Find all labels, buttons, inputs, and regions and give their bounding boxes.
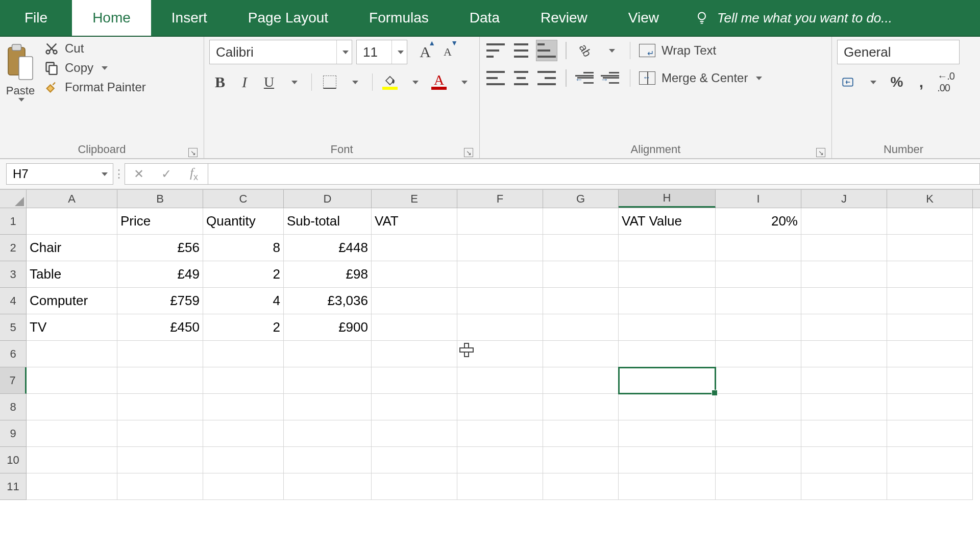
row-header-1[interactable]: 1 <box>0 208 27 235</box>
tab-data[interactable]: Data <box>449 0 520 36</box>
cell-F11[interactable] <box>457 473 543 500</box>
cell-K5[interactable] <box>887 314 973 341</box>
cell-G3[interactable] <box>543 261 619 288</box>
cell-D8[interactable] <box>284 394 372 420</box>
cell-E4[interactable] <box>372 288 457 314</box>
cell-J7[interactable] <box>801 367 887 394</box>
cell-D3[interactable]: £98 <box>284 261 372 288</box>
cell-C5[interactable]: 2 <box>203 314 284 341</box>
align-top-button[interactable] <box>485 40 506 61</box>
tab-page-layout[interactable]: Page Layout <box>228 0 349 36</box>
cell-H6[interactable] <box>619 341 716 367</box>
cell-G10[interactable] <box>543 447 619 473</box>
cell-A5[interactable]: TV <box>27 314 117 341</box>
cell-B5[interactable]: £450 <box>117 314 203 341</box>
cell-C9[interactable] <box>203 420 284 447</box>
column-header-A[interactable]: A <box>27 190 117 208</box>
shrink-font-button[interactable]: A▼ <box>437 41 458 63</box>
format-painter-button[interactable]: Format Painter <box>44 80 146 95</box>
decrease-indent-button[interactable] <box>575 67 596 89</box>
borders-dropdown[interactable] <box>344 71 365 93</box>
cell-C2[interactable]: 8 <box>203 235 284 261</box>
cell-F10[interactable] <box>457 447 543 473</box>
cell-A9[interactable] <box>27 420 117 447</box>
orientation-dropdown[interactable] <box>600 40 622 61</box>
cell-J4[interactable] <box>801 288 887 314</box>
row-header-8[interactable]: 8 <box>0 394 27 420</box>
formula-input[interactable] <box>208 163 980 185</box>
copy-button[interactable]: Copy <box>44 60 146 76</box>
cell-B11[interactable] <box>117 473 203 500</box>
cell-K2[interactable] <box>887 235 973 261</box>
column-header-G[interactable]: G <box>543 190 619 208</box>
cell-I11[interactable] <box>716 473 801 500</box>
row-header-9[interactable]: 9 <box>0 420 27 447</box>
comma-format-button[interactable]: , <box>911 71 932 93</box>
align-middle-button[interactable] <box>510 40 532 61</box>
cell-B4[interactable]: £759 <box>117 288 203 314</box>
cell-D1[interactable]: Sub-total <box>284 208 372 235</box>
cell-F7[interactable] <box>457 367 543 394</box>
cell-H8[interactable] <box>619 394 716 420</box>
grow-font-button[interactable]: A▲ <box>414 41 436 63</box>
cell-G6[interactable] <box>543 341 619 367</box>
row-header-7[interactable]: 7 <box>0 367 27 394</box>
cell-K8[interactable] <box>887 394 973 420</box>
cell-I6[interactable] <box>716 341 801 367</box>
name-box-splitter[interactable] <box>113 159 125 189</box>
row-header-11[interactable]: 11 <box>0 473 27 500</box>
cell-E9[interactable] <box>372 420 457 447</box>
cell-K11[interactable] <box>887 473 973 500</box>
increase-indent-button[interactable] <box>600 67 622 89</box>
row-header-6[interactable]: 6 <box>0 341 27 367</box>
cell-J3[interactable] <box>801 261 887 288</box>
column-header-E[interactable]: E <box>372 190 457 208</box>
font-color-dropdown[interactable] <box>453 71 474 93</box>
cell-A2[interactable]: Chair <box>27 235 117 261</box>
cell-J5[interactable] <box>801 314 887 341</box>
cell-I8[interactable] <box>716 394 801 420</box>
cell-K9[interactable] <box>887 420 973 447</box>
cell-I5[interactable] <box>716 314 801 341</box>
name-box[interactable]: H7 <box>6 163 113 185</box>
alignment-dialog-launcher[interactable]: ↘ <box>816 148 825 157</box>
cell-B9[interactable] <box>117 420 203 447</box>
cell-F1[interactable] <box>457 208 543 235</box>
cell-K3[interactable] <box>887 261 973 288</box>
tab-file[interactable]: File <box>0 0 72 36</box>
cell-C7[interactable] <box>203 367 284 394</box>
cell-B1[interactable]: Price <box>117 208 203 235</box>
font-size-combo[interactable]: 11 <box>356 40 407 64</box>
cell-G9[interactable] <box>543 420 619 447</box>
cell-D10[interactable] <box>284 447 372 473</box>
cell-E10[interactable] <box>372 447 457 473</box>
cell-H10[interactable] <box>619 447 716 473</box>
cell-E8[interactable] <box>372 394 457 420</box>
cell-E6[interactable] <box>372 341 457 367</box>
cell-I10[interactable] <box>716 447 801 473</box>
cell-K6[interactable] <box>887 341 973 367</box>
cell-F4[interactable] <box>457 288 543 314</box>
cell-I7[interactable] <box>716 367 801 394</box>
row-header-4[interactable]: 4 <box>0 288 27 314</box>
cell-K4[interactable] <box>887 288 973 314</box>
cell-B8[interactable] <box>117 394 203 420</box>
cell-E1[interactable]: VAT <box>372 208 457 235</box>
accounting-format-button[interactable] <box>837 71 859 93</box>
cell-I3[interactable] <box>716 261 801 288</box>
cell-C11[interactable] <box>203 473 284 500</box>
cell-C10[interactable] <box>203 447 284 473</box>
insert-function-button[interactable]: fx <box>180 164 208 184</box>
column-header-J[interactable]: J <box>801 190 887 208</box>
cell-J2[interactable] <box>801 235 887 261</box>
cell-B2[interactable]: £56 <box>117 235 203 261</box>
cell-I1[interactable]: 20% <box>716 208 801 235</box>
tab-view[interactable]: View <box>608 0 679 36</box>
cell-F5[interactable] <box>457 314 543 341</box>
align-bottom-button[interactable] <box>536 40 557 61</box>
cell-J9[interactable] <box>801 420 887 447</box>
cell-I2[interactable] <box>716 235 801 261</box>
cell-A1[interactable] <box>27 208 117 235</box>
cell-C1[interactable]: Quantity <box>203 208 284 235</box>
orientation-button[interactable]: ab <box>575 40 596 61</box>
